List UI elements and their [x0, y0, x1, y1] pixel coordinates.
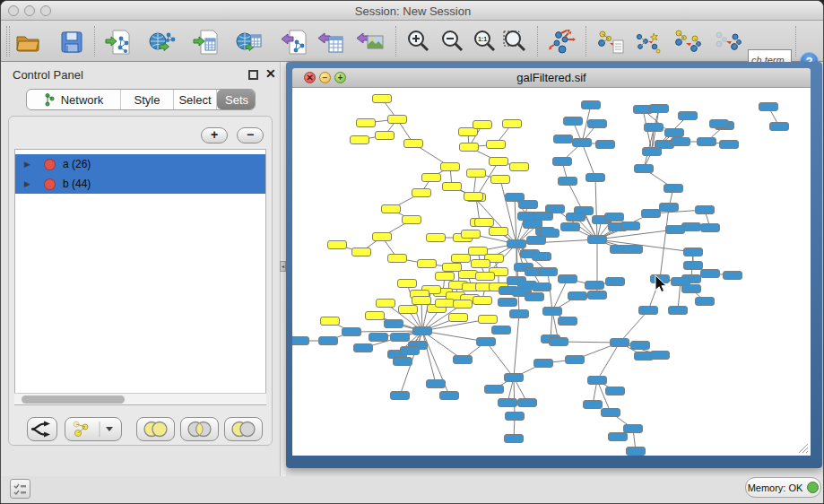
- graph-node-yellow[interactable]: [460, 143, 479, 152]
- graph-node-yellow[interactable]: [436, 300, 455, 308]
- split-set-button[interactable]: [27, 417, 57, 441]
- graph-node-blue[interactable]: [559, 178, 577, 186]
- graph-node-blue[interactable]: [553, 158, 572, 166]
- graph-node-yellow[interactable]: [366, 312, 385, 320]
- import-network-file-icon[interactable]: [104, 28, 133, 56]
- graph-node-blue[interactable]: [621, 222, 640, 230]
- graph-node-yellow[interactable]: [473, 121, 492, 129]
- graph-node-blue[interactable]: [609, 433, 628, 441]
- graph-node-yellow[interactable]: [503, 120, 522, 128]
- zoom-actual-size-icon[interactable]: 1:1: [471, 28, 499, 56]
- graph-node-yellow[interactable]: [427, 234, 446, 242]
- sets-list[interactable]: ▶a (26)▶b (44): [14, 149, 266, 405]
- graph-node-blue[interactable]: [660, 204, 679, 212]
- graph-node-blue[interactable]: [643, 148, 662, 156]
- tab-style[interactable]: Style: [121, 90, 174, 109]
- graph-node-yellow[interactable]: [487, 141, 506, 149]
- graph-node-blue[interactable]: [606, 278, 625, 286]
- graph-node-yellow[interactable]: [469, 248, 488, 256]
- graph-node-blue[interactable]: [584, 401, 603, 409]
- graph-node-blue[interactable]: [635, 165, 654, 173]
- graph-node-blue[interactable]: [534, 213, 553, 221]
- graph-node-yellow[interactable]: [490, 158, 508, 166]
- graph-node-blue[interactable]: [606, 387, 625, 395]
- sets-horizontal-scrollbar[interactable]: [14, 393, 266, 404]
- graph-node-blue[interactable]: [343, 328, 361, 336]
- set-union-button[interactable]: [136, 417, 175, 441]
- export-selected-network-icon[interactable]: [597, 28, 626, 56]
- graph-node-blue[interactable]: [682, 285, 701, 293]
- graph-node-blue[interactable]: [696, 298, 715, 306]
- hide-selection-icon[interactable]: [714, 28, 742, 56]
- save-session-icon[interactable]: [57, 28, 86, 56]
- set-row[interactable]: ▶b (44): [15, 174, 265, 194]
- graph-node-blue[interactable]: [567, 213, 585, 222]
- graph-node-blue[interactable]: [485, 386, 504, 394]
- set-difference-button[interactable]: [224, 417, 263, 441]
- collapse-panel-handle[interactable]: ◂: [280, 261, 286, 272]
- graph-node-yellow[interactable]: [459, 271, 478, 279]
- graph-node-yellow[interactable]: [510, 163, 529, 171]
- graph-node-yellow[interactable]: [490, 228, 508, 236]
- tab-network[interactable]: Network: [27, 90, 121, 109]
- graph-node-blue[interactable]: [413, 327, 432, 335]
- graph-node-blue[interactable]: [698, 138, 716, 146]
- remove-set-button[interactable]: −: [237, 127, 264, 143]
- graph-node-blue[interactable]: [454, 356, 473, 364]
- graph-node-blue[interactable]: [588, 120, 607, 128]
- float-panel-icon[interactable]: [248, 70, 258, 80]
- graph-node-yellow[interactable]: [441, 163, 460, 171]
- graph-node-blue[interactable]: [533, 253, 551, 261]
- graph-node-blue[interactable]: [543, 308, 562, 316]
- graph-node-yellow[interactable]: [373, 233, 392, 241]
- tab-sets[interactable]: Sets: [217, 90, 256, 109]
- expand-triangle-icon[interactable]: ▶: [24, 179, 35, 188]
- memory-status-button[interactable]: Memory: OK: [745, 477, 821, 498]
- graph-node-yellow[interactable]: [472, 260, 490, 268]
- graph-node-blue[interactable]: [672, 138, 690, 146]
- graph-node-blue[interactable]: [624, 246, 643, 254]
- graph-node-yellow[interactable]: [418, 260, 437, 268]
- graph-node-blue[interactable]: [627, 448, 646, 456]
- graph-node-blue[interactable]: [684, 248, 703, 256]
- graph-node-yellow[interactable]: [449, 314, 468, 322]
- graph-node-blue[interactable]: [559, 317, 577, 326]
- graph-node-yellow[interactable]: [454, 300, 473, 308]
- graph-node-blue[interactable]: [510, 310, 529, 318]
- graph-node-blue[interactable]: [639, 307, 658, 315]
- graph-node-blue[interactable]: [550, 338, 568, 346]
- graph-node-yellow[interactable]: [357, 119, 376, 127]
- graph-node-blue[interactable]: [319, 337, 338, 345]
- graph-node-yellow[interactable]: [491, 176, 510, 184]
- graph-node-blue[interactable]: [505, 435, 524, 443]
- graph-node-blue[interactable]: [554, 135, 573, 143]
- export-image-icon[interactable]: [356, 28, 385, 56]
- graph-node-blue[interactable]: [533, 283, 551, 291]
- graph-node-blue[interactable]: [696, 206, 715, 214]
- graph-node-blue[interactable]: [524, 221, 542, 229]
- graph-node-blue[interactable]: [534, 360, 553, 368]
- graph-node-blue[interactable]: [650, 105, 669, 113]
- graph-node-blue[interactable]: [525, 293, 544, 301]
- graph-node-blue[interactable]: [401, 347, 420, 355]
- graph-node-yellow[interactable]: [373, 95, 392, 103]
- graph-node-blue[interactable]: [605, 213, 624, 222]
- graph-node-blue[interactable]: [527, 237, 546, 245]
- network-graph[interactable]: [292, 88, 811, 456]
- graph-node-blue[interactable]: [507, 240, 526, 248]
- graph-node-blue[interactable]: [506, 413, 525, 421]
- graph-node-blue[interactable]: [651, 352, 670, 360]
- graph-node-blue[interactable]: [354, 344, 373, 352]
- set-intersection-button[interactable]: [180, 417, 219, 441]
- graph-node-yellow[interactable]: [452, 255, 471, 263]
- import-network-url-icon[interactable]: [148, 28, 177, 56]
- graph-node-blue[interactable]: [669, 307, 688, 315]
- import-table-url-icon[interactable]: [235, 28, 264, 56]
- graph-node-blue[interactable]: [369, 334, 388, 342]
- graph-node-yellow[interactable]: [462, 230, 481, 239]
- graph-node-blue[interactable]: [664, 185, 683, 193]
- graph-node-blue[interactable]: [385, 320, 403, 328]
- graph-node-blue[interactable]: [679, 112, 698, 120]
- graph-node-blue[interactable]: [440, 392, 459, 400]
- graph-node-yellow[interactable]: [475, 219, 494, 227]
